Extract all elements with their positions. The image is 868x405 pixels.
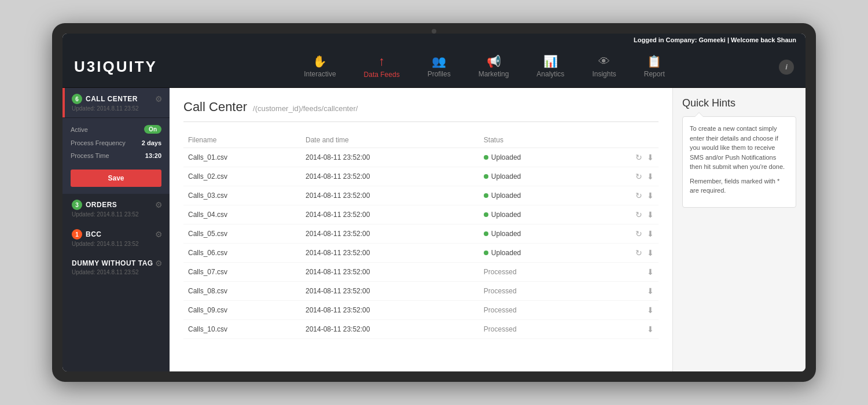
profiles-icon: 👥	[432, 56, 446, 67]
nav-marketing-label: Marketing	[479, 70, 509, 78]
nav-data-feeds[interactable]: ↑ Data Feeds	[362, 50, 402, 83]
nav-analytics[interactable]: 📊 Analytics	[534, 51, 567, 83]
device-frame: Logged in Company: Gomeeki | Welcome bac…	[52, 23, 816, 382]
sidebar-config-panel: Active On Process Frequency 2 days Proce…	[62, 117, 170, 194]
download-icon[interactable]: ⬇	[647, 153, 654, 162]
cell-filename: Calls_02.csv	[183, 167, 301, 186]
cell-datetime: 2014-08-11 23:52:00	[301, 320, 479, 339]
download-icon[interactable]: ⬇	[647, 191, 654, 200]
sidebar-item-orders[interactable]: 3 ORDERS ⚙ Updated: 2014.8.11 23:52	[62, 194, 170, 223]
nav-interactive[interactable]: ✋ Interactive	[301, 51, 338, 83]
hints-panel: Quick Hints To create a new contact simp…	[672, 88, 806, 371]
orders-name: ORDERS	[86, 201, 117, 209]
nav-report-label: Report	[644, 70, 665, 78]
cell-status: Processed	[479, 301, 591, 320]
dummy-name: DUMMY WITHOUT TAG	[72, 259, 153, 267]
table-row: Calls_03.csv2014-08-11 23:52:00Uploaded↻…	[183, 186, 659, 205]
username: Shaun	[777, 36, 796, 43]
cell-actions: ↻⬇	[591, 205, 659, 224]
cell-status: Uploaded	[479, 205, 591, 224]
table-row: Calls_09.csv2014-08-11 23:52:00Processed…	[183, 301, 659, 320]
table-row: Calls_05.csv2014-08-11 23:52:00Uploaded↻…	[183, 224, 659, 244]
download-icon[interactable]: ⬇	[647, 172, 654, 181]
call-center-updated: Updated: 2014.8.11 23:52	[72, 105, 163, 112]
table-head: Filename Date and time Status	[183, 132, 659, 148]
info-button[interactable]: i	[779, 60, 794, 75]
cell-actions: ⬇	[591, 263, 659, 282]
refresh-icon[interactable]: ↻	[635, 210, 642, 219]
download-icon[interactable]: ⬇	[647, 305, 654, 315]
nav-marketing[interactable]: 📢 Marketing	[476, 51, 512, 83]
screen: Logged in Company: Gomeeki | Welcome bac…	[62, 34, 806, 371]
nav-profiles[interactable]: 👥 Profiles	[425, 51, 453, 83]
refresh-icon[interactable]: ↻	[635, 191, 642, 200]
insights-icon: 👁	[598, 56, 610, 67]
bcc-updated: Updated: 2014.8.11 23:52	[72, 241, 163, 247]
sidebar-item-call-center[interactable]: 6 CALL CENTER ⚙ Updated: 2014.8.11 23:52	[62, 88, 170, 117]
orders-gear-icon[interactable]: ⚙	[155, 200, 163, 209]
table-row: Calls_10.csv2014-08-11 23:52:00Processed…	[183, 320, 659, 339]
process-freq-value: 2 days	[142, 139, 161, 146]
dummy-gear-icon[interactable]: ⚙	[155, 259, 163, 268]
device-camera	[432, 29, 436, 34]
download-icon[interactable]: ⬇	[647, 210, 654, 219]
cell-status: Processed	[479, 263, 591, 282]
cell-actions: ↻⬇	[591, 148, 659, 167]
cell-filename: Calls_07.csv	[183, 263, 301, 282]
col-actions	[591, 132, 659, 148]
nav: ✋ Interactive ↑ Data Feeds 👥 Profiles 📢 …	[190, 50, 779, 83]
bcc-badge: 1	[72, 229, 82, 240]
cell-status: Uploaded	[479, 186, 591, 205]
refresh-icon[interactable]: ↻	[635, 172, 642, 181]
nav-report[interactable]: 📋 Report	[642, 51, 667, 83]
download-icon[interactable]: ⬇	[647, 286, 654, 296]
download-icon[interactable]: ⬇	[647, 267, 654, 277]
cell-actions: ⬇	[591, 282, 659, 301]
cell-datetime: 2014-08-11 23:52:00	[301, 205, 479, 224]
process-time-row: Process Time 13:20	[71, 152, 161, 159]
cell-status: Processed	[479, 282, 591, 301]
cell-datetime: 2014-08-11 23:52:00	[301, 148, 479, 167]
sidebar-item-dummy[interactable]: DUMMY WITHOUT TAG ⚙ Updated: 2014.8.11 2…	[62, 253, 170, 281]
process-freq-label: Process Frequency	[71, 139, 126, 146]
refresh-icon[interactable]: ↻	[635, 248, 642, 257]
table-header-row: Filename Date and time Status	[183, 132, 659, 148]
process-freq-row: Process Frequency 2 days	[71, 139, 161, 146]
nav-insights-label: Insights	[592, 70, 616, 78]
nav-insights[interactable]: 👁 Insights	[590, 51, 618, 83]
sidebar-item-bcc[interactable]: 1 BCC ⚙ Updated: 2014.8.11 23:52	[62, 223, 170, 253]
download-icon[interactable]: ⬇	[647, 248, 654, 257]
active-label: Active	[71, 126, 88, 133]
table-row: Calls_08.csv2014-08-11 23:52:00Processed…	[183, 282, 659, 301]
process-time-label: Process Time	[71, 152, 109, 159]
download-icon[interactable]: ⬇	[647, 229, 654, 238]
active-toggle[interactable]: On	[144, 125, 161, 134]
cell-datetime: 2014-08-11 23:52:00	[301, 224, 479, 244]
cell-status: Uploaded	[479, 224, 591, 244]
call-center-name: CALL CENTER	[86, 95, 138, 103]
cell-filename: Calls_01.csv	[183, 148, 301, 167]
nav-profiles-label: Profiles	[428, 70, 451, 78]
data-feeds-icon: ↑	[378, 55, 385, 68]
orders-updated: Updated: 2014.8.11 23:52	[72, 211, 163, 218]
cell-status: Uploaded	[479, 167, 591, 186]
process-time-value: 13:20	[145, 152, 161, 159]
cell-status: Uploaded	[479, 148, 591, 167]
cell-actions: ↻⬇	[591, 186, 659, 205]
call-center-gear-icon[interactable]: ⚙	[155, 94, 163, 104]
cell-filename: Calls_08.csv	[183, 282, 301, 301]
marketing-icon: 📢	[487, 56, 501, 67]
cell-datetime: 2014-08-11 23:52:00	[301, 263, 479, 282]
cell-filename: Calls_10.csv	[183, 320, 301, 339]
report-icon: 📋	[647, 56, 661, 67]
refresh-icon[interactable]: ↻	[635, 153, 642, 162]
orders-badge: 3	[72, 200, 82, 210]
refresh-icon[interactable]: ↻	[635, 229, 642, 238]
bcc-gear-icon[interactable]: ⚙	[155, 230, 163, 239]
cell-actions: ⬇	[591, 320, 659, 339]
page-header: Call Center /(customer_id)/feeds/callcen…	[183, 100, 659, 122]
download-icon[interactable]: ⬇	[647, 325, 654, 334]
cell-filename: Calls_04.csv	[183, 205, 301, 224]
save-button[interactable]: Save	[71, 170, 161, 187]
logo: U3IQUITY	[74, 58, 167, 76]
